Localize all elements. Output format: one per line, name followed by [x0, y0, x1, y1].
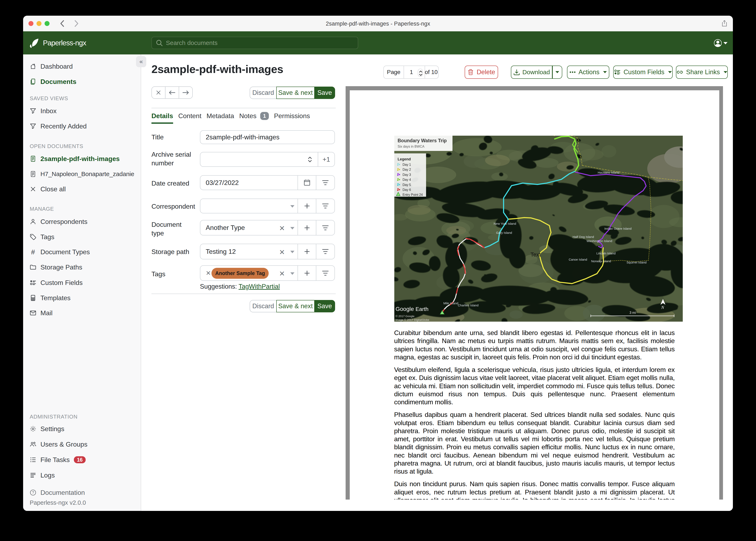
svg-text:Six days in BWCA: Six days in BWCA	[398, 145, 424, 148]
svg-text:Norway Island: Norway Island	[591, 260, 611, 263]
svg-text:Gary Island: Gary Island	[496, 231, 512, 235]
svg-text:© 2017 Google: © 2017 Google	[396, 314, 415, 318]
svg-text:Entry Point 24: Entry Point 24	[403, 193, 423, 197]
svg-text:Squirrel Island: Squirrel Island	[626, 261, 646, 264]
svg-text:?: ?	[32, 490, 34, 495]
svg-text:Day 1: Day 1	[403, 163, 411, 166]
svg-text:3 mi: 3 mi	[630, 311, 636, 314]
svg-text:Mile Island: Mile Island	[443, 301, 458, 305]
svg-text:Half Dog Island: Half Dog Island	[573, 235, 594, 239]
svg-text:Day 4: Day 4	[403, 178, 411, 182]
svg-text:Boundary Waters Trip: Boundary Waters Trip	[398, 138, 447, 143]
svg-text:Washington Island: Washington Island	[587, 239, 612, 243]
svg-text:Lincoln Island: Lincoln Island	[597, 252, 616, 255]
svg-text:Hausons Island: Hausons Island	[598, 171, 619, 174]
svg-text:Canoe Island: Canoe Island	[569, 258, 587, 261]
svg-text:Text: Text	[530, 252, 541, 258]
svg-text:Image © 2017 DigitalGlobe: Image © 2017 DigitalGlobe	[396, 318, 429, 321]
svg-text:Day 5: Day 5	[403, 183, 411, 187]
svg-text:Day 3: Day 3	[403, 173, 411, 177]
svg-text:Day 2: Day 2	[403, 168, 411, 171]
svg-text:New York Island: New York Island	[494, 222, 516, 225]
svg-text:N: N	[661, 305, 664, 310]
svg-text:Google Earth: Google Earth	[396, 306, 429, 312]
svg-text:Charlies Island: Charlies Island	[458, 303, 478, 307]
svg-text:Day 6: Day 6	[403, 188, 411, 192]
svg-text:Indian Grave Island: Indian Grave Island	[604, 227, 632, 230]
svg-text:Legend: Legend	[398, 157, 411, 161]
